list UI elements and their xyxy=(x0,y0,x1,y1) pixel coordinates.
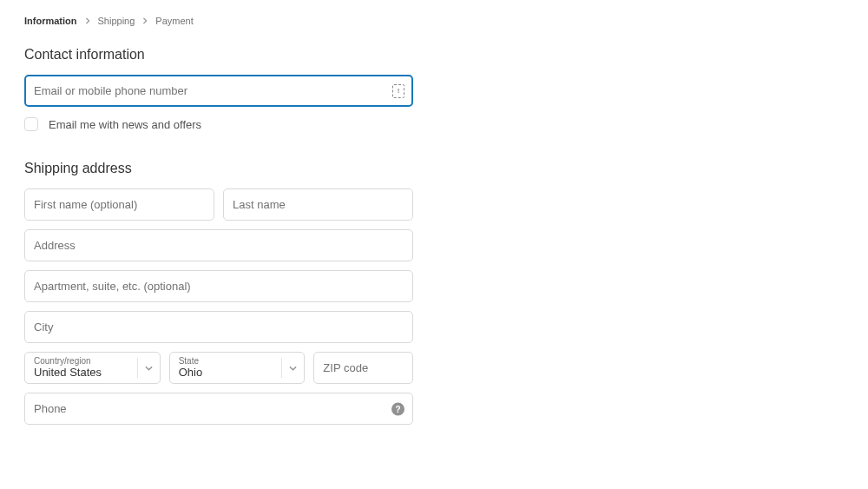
state-select-label: State xyxy=(179,356,279,366)
breadcrumb: Information Shipping Payment xyxy=(24,16,413,26)
city-field[interactable] xyxy=(24,311,413,343)
chevron-down-icon xyxy=(137,358,160,378)
country-select-label: Country/region xyxy=(34,356,134,366)
address-field[interactable] xyxy=(24,229,413,261)
shipping-address-title: Shipping address xyxy=(24,161,413,176)
help-icon[interactable]: ? xyxy=(391,402,404,415)
country-select[interactable]: Country/region United States xyxy=(24,352,161,384)
news-offers-label: Email me with news and offers xyxy=(49,118,201,131)
autofill-icon[interactable]: ! xyxy=(392,84,404,98)
phone-field[interactable] xyxy=(24,393,413,425)
state-select[interactable]: State Ohio xyxy=(169,352,306,384)
last-name-field[interactable] xyxy=(223,188,413,221)
chevron-right-icon xyxy=(141,17,148,24)
news-offers-checkbox[interactable] xyxy=(24,117,38,131)
state-select-value: Ohio xyxy=(179,366,279,380)
autofill-icon-glyph: ! xyxy=(398,87,400,95)
email-field[interactable] xyxy=(24,75,413,107)
chevron-right-icon xyxy=(84,17,91,24)
contact-information-title: Contact information xyxy=(24,47,413,63)
breadcrumb-step-information[interactable]: Information xyxy=(24,16,77,26)
apartment-field[interactable] xyxy=(24,270,413,302)
first-name-field[interactable] xyxy=(24,188,214,221)
country-select-value: United States xyxy=(34,366,134,380)
breadcrumb-step-shipping[interactable]: Shipping xyxy=(98,16,135,26)
breadcrumb-step-payment[interactable]: Payment xyxy=(155,16,193,26)
zip-field[interactable] xyxy=(313,352,413,384)
chevron-down-icon xyxy=(281,358,304,378)
